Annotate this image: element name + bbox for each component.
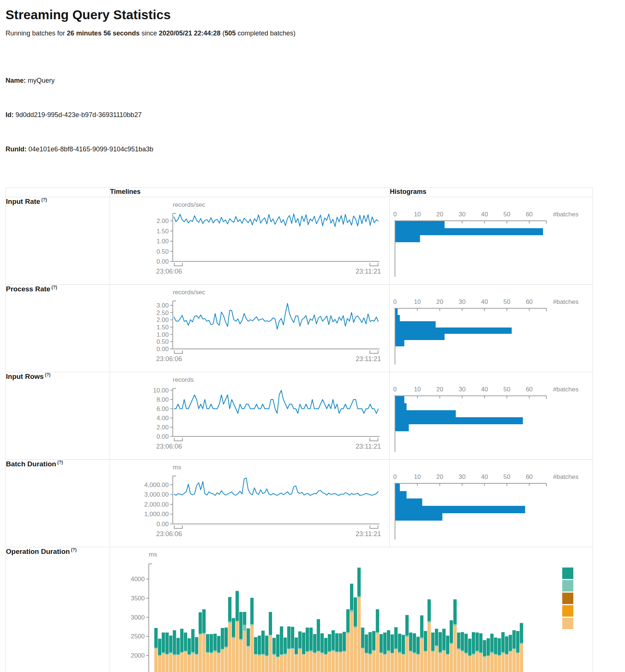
runid-value: 04e101e6-8bf8-4165-9099-9104c951ba3b	[27, 145, 153, 153]
name-value: myQuery	[26, 77, 55, 84]
svg-text:1.00: 1.00	[157, 331, 169, 338]
svg-text:8.00: 8.00	[157, 396, 169, 403]
empty-header-cell	[6, 188, 110, 197]
svg-text:30: 30	[459, 386, 466, 393]
svg-text:#batches: #batches	[553, 473, 578, 480]
svg-text:2000: 2000	[131, 652, 145, 659]
svg-text:50: 50	[504, 473, 511, 480]
svg-text:30: 30	[459, 473, 466, 480]
svg-text:records/sec: records/sec	[173, 201, 205, 208]
svg-text:23:11:21: 23:11:21	[356, 443, 381, 450]
batch-duration-timeline-chart: ms4,000.003,000.002,000.001,000.000.0023…	[110, 460, 389, 547]
svg-text:0: 0	[393, 386, 396, 393]
query-name-line: Name: myQuery	[6, 75, 625, 86]
svg-text:20: 20	[436, 386, 443, 393]
svg-text:10: 10	[414, 211, 421, 218]
running-batches-summary: Running batches for 26 minutes 56 second…	[6, 30, 625, 37]
page-title: Streaming Query Statistics	[6, 7, 625, 22]
svg-text:10: 10	[414, 386, 421, 393]
input-rate-help-icon[interactable]: (?)	[41, 197, 47, 202]
input-rows-histogram-cell: 0102030405060#batches	[390, 372, 593, 460]
start-time: 2020/05/21 22:44:28	[159, 30, 220, 37]
streaming-query-statistics-page: Streaming Query Statistics Running batch…	[0, 0, 625, 672]
svg-text:#batches: #batches	[553, 211, 578, 218]
svg-text:10.00: 10.00	[153, 387, 169, 394]
running-prefix: Running batches for	[6, 30, 67, 37]
name-label: Name:	[6, 77, 26, 84]
input-rows-help-icon[interactable]: (?)	[45, 372, 50, 377]
histograms-column-header: Histograms	[390, 188, 593, 197]
svg-text:50: 50	[504, 298, 511, 305]
svg-text:3000: 3000	[131, 614, 145, 621]
input-rows-histogram-chart: 0102030405060#batches	[390, 372, 593, 459]
svg-text:50: 50	[504, 386, 511, 393]
process-rate-timeline-chart: records/sec3.002.502.001.501.000.500.002…	[110, 285, 389, 372]
input-rows-label-cell: Input Rows(?)	[6, 372, 110, 460]
timelines-column-header: Timelines	[110, 188, 390, 197]
process-rate-label-cell: Process Rate(?)	[6, 285, 110, 372]
operation-duration-legend-swatch	[562, 568, 573, 579]
input-rate-histogram-cell: 0102030405060#batches	[390, 197, 593, 285]
svg-text:50: 50	[504, 211, 511, 218]
svg-text:2.50: 2.50	[157, 309, 169, 316]
svg-text:0.50: 0.50	[157, 338, 169, 345]
operation-duration-chart-cell: ms4000350030002500200015001000500023:06:…	[110, 547, 593, 672]
input-rate-timeline-chart: records/sec2.001.501.000.500.0023:06:062…	[110, 197, 389, 284]
svg-text:30: 30	[459, 211, 466, 218]
svg-text:40: 40	[481, 386, 488, 393]
svg-text:ms: ms	[173, 464, 181, 471]
process-rate-row: Process Rate(?) records/sec3.002.502.001…	[6, 285, 593, 372]
svg-text:23:06:06: 23:06:06	[156, 443, 182, 450]
operation-duration-legend-swatch	[562, 593, 573, 604]
process-rate-histogram-cell: 0102030405060#batches	[390, 285, 593, 372]
svg-text:20: 20	[436, 211, 443, 218]
svg-text:0: 0	[393, 473, 396, 480]
svg-text:3,000.00: 3,000.00	[144, 491, 169, 498]
operation-duration-label-cell: Operation Duration(?)	[6, 547, 110, 672]
batch-duration-label: Batch Duration	[6, 460, 56, 468]
operation-duration-label: Operation Duration	[6, 548, 70, 555]
table-header-row: Timelines Histograms	[6, 188, 593, 197]
svg-text:2.00: 2.00	[157, 316, 169, 323]
svg-text:23:11:21: 23:11:21	[356, 355, 381, 363]
input-rows-label: Input Rows	[6, 373, 44, 380]
svg-text:10: 10	[414, 473, 421, 480]
batch-duration-row: Batch Duration(?) ms4,000.003,000.002,00…	[6, 460, 593, 547]
svg-text:23:06:06: 23:06:06	[156, 530, 182, 538]
operation-duration-legend-swatch	[562, 580, 573, 592]
completed-suffix: completed batches)	[236, 30, 295, 37]
svg-text:23:11:21: 23:11:21	[356, 530, 381, 538]
svg-text:20: 20	[436, 473, 443, 480]
svg-text:3.00: 3.00	[157, 302, 169, 309]
svg-text:records/sec: records/sec	[173, 289, 205, 296]
statistics-table: Timelines Histograms Input Rate(?) recor…	[6, 188, 593, 672]
batch-duration-label-cell: Batch Duration(?)	[6, 460, 110, 547]
svg-text:0: 0	[393, 298, 396, 305]
batch-duration-help-icon[interactable]: (?)	[57, 460, 63, 465]
svg-text:1,000.00: 1,000.00	[144, 511, 169, 518]
svg-text:60: 60	[526, 298, 533, 305]
svg-text:0.50: 0.50	[157, 248, 169, 255]
svg-text:40: 40	[481, 473, 488, 480]
process-rate-label: Process Rate	[6, 285, 50, 293]
process-rate-help-icon[interactable]: (?)	[51, 285, 57, 290]
svg-text:#batches: #batches	[553, 298, 578, 305]
since-word: since	[140, 30, 159, 37]
svg-text:1.50: 1.50	[157, 228, 169, 235]
input-rate-histogram-chart: 0102030405060#batches	[390, 197, 593, 284]
svg-text:23:06:06: 23:06:06	[156, 355, 182, 363]
svg-text:2,000.00: 2,000.00	[144, 501, 169, 508]
svg-text:20: 20	[436, 298, 443, 305]
running-duration: 26 minutes 56 seconds	[67, 30, 140, 37]
query-meta: Name: myQuery Id: 9d0dd219-995d-423e-b97…	[6, 52, 625, 178]
process-rate-histogram-chart: 0102030405060#batches	[390, 285, 593, 372]
input-rows-timeline-chart: records10.008.006.004.002.000.0023:06:06…	[110, 372, 389, 459]
svg-text:4000: 4000	[131, 576, 145, 583]
svg-text:23:11:21: 23:11:21	[356, 268, 381, 275]
input-rate-label: Input Rate	[6, 198, 40, 205]
svg-text:0: 0	[393, 211, 396, 218]
svg-text:3500: 3500	[131, 595, 145, 602]
operation-duration-help-icon[interactable]: (?)	[71, 547, 76, 552]
operation-duration-legend-swatch	[562, 618, 573, 629]
operation-duration-stacked-chart: ms4000350030002500200015001000500023:06:…	[110, 547, 593, 672]
